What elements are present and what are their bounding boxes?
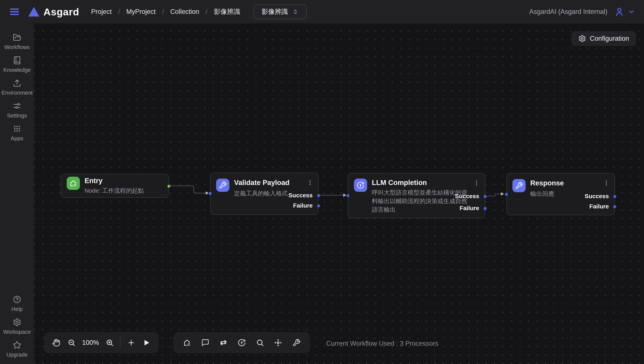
output-port[interactable] [168, 185, 170, 188]
output-port-success[interactable] [484, 195, 486, 198]
input-port[interactable] [505, 193, 508, 196]
node-menu-kebab-icon[interactable] [602, 178, 610, 188]
output-port-failure[interactable] [317, 204, 320, 207]
llm-refresh-icon [354, 179, 367, 192]
folder-open-icon [13, 33, 21, 42]
sidebar-item-label: Upgrade [6, 351, 28, 358]
llm-refresh-icon[interactable] [237, 338, 246, 347]
configuration-button[interactable]: Configuration [572, 31, 636, 46]
sidebar-item-apps[interactable]: Apps [11, 124, 23, 142]
help-circle-icon [13, 295, 21, 304]
output-label-failure: Failure [460, 205, 479, 212]
upload-icon [13, 79, 21, 87]
output-port-failure[interactable] [484, 207, 486, 210]
node-subtitle: 呼叫大型語言模型並產生結構化的資料輸出以輔助流程的決策或生成自然語言輸出 [372, 188, 468, 214]
search-icon[interactable] [255, 338, 265, 347]
node-title: Validate Payload [234, 179, 290, 187]
breadcrumb-separator: / [118, 8, 120, 16]
node-menu-kebab-icon[interactable] [472, 178, 481, 188]
brand-title: Asgard [44, 6, 79, 18]
breadcrumb-project[interactable]: Project [91, 8, 112, 16]
zoom-level: 100% [82, 339, 99, 346]
sidebar-item-workspace[interactable]: Workspace [3, 318, 31, 335]
breadcrumb: Project / MyProject / Collection / 影像辨識 [91, 7, 240, 16]
node-title: LLM Completion [372, 179, 468, 187]
breadcrumb-separator: / [162, 8, 164, 16]
comment-chat-bubble-icon[interactable] [200, 338, 210, 347]
diamond-move-icon[interactable] [274, 338, 283, 347]
node-response[interactable]: Response 輸出回應 Success Failure [506, 173, 615, 215]
sliders-icon [13, 102, 21, 110]
gear-icon [13, 318, 21, 326]
sidebar-item-label: Apps [11, 135, 23, 142]
sidebar-item-label: Knowledge [4, 67, 31, 73]
grid-dots-icon [13, 124, 21, 133]
node-subtitle: 輸出回應 [530, 190, 564, 198]
hand-pan-icon[interactable] [52, 338, 61, 347]
output-label-failure: Failure [293, 202, 313, 209]
workflow-select-value: 影像辨識 [262, 7, 288, 16]
entry-node-tool-home-plus-icon[interactable] [182, 338, 192, 347]
gear-icon [578, 35, 586, 43]
node-menu-kebab-icon[interactable] [306, 178, 314, 188]
node-validate-payload[interactable]: Validate Payload 定義工具的輸入格式 Success Failu… [210, 173, 318, 215]
account-name: AsgardAI (Asgard Internal) [529, 8, 607, 16]
wrench-tool-icon[interactable] [292, 338, 301, 347]
sidebar-item-help[interactable]: Help [11, 295, 22, 312]
sidebar-item-workflows[interactable]: Workflows [4, 33, 30, 51]
hamburger-menu-icon[interactable] [8, 6, 20, 18]
output-label-failure: Failure [589, 203, 609, 210]
edge-arrow [343, 194, 346, 197]
sidebar-item-environment[interactable]: Environment [2, 79, 32, 96]
select-chevrons-icon [292, 9, 298, 15]
logo-triangle-icon [28, 6, 40, 17]
edge-entry-to-validate [169, 186, 206, 193]
output-port-success[interactable] [317, 194, 320, 197]
output-port-success[interactable] [613, 195, 616, 198]
node-title: Response [530, 179, 564, 187]
output-label-success: Success [455, 193, 479, 200]
run-play-icon[interactable] [142, 338, 151, 347]
add-node-plus-icon[interactable] [126, 338, 136, 347]
chevron-down-icon[interactable] [628, 8, 635, 15]
breadcrumb-collection[interactable]: Collection [170, 8, 199, 16]
home-plus-icon [67, 177, 80, 190]
sidebar-item-label: Environment [2, 90, 32, 96]
toolbar-divider [120, 336, 120, 349]
node-llm-completion[interactable]: LLM Completion 呼叫大型語言模型並產生結構化的資料輸出以輔助流程的… [348, 173, 485, 218]
sidebar-item-upgrade[interactable]: Upgrade [6, 341, 28, 358]
node-entry[interactable]: Entry Node: 工作流程的起點 [61, 174, 169, 198]
sidebar: Workflows Knowledge Environment Settings… [0, 24, 34, 364]
user-avatar-icon[interactable] [614, 7, 624, 17]
input-port[interactable] [209, 192, 212, 195]
breadcrumb-myproject[interactable]: MyProject [126, 8, 156, 16]
wrench-icon [512, 179, 526, 192]
workflow-status-text: Current Workflow Used : 3 Processors [320, 340, 444, 347]
swap-arrows-icon[interactable] [219, 338, 228, 347]
sidebar-item-label: Help [11, 306, 22, 312]
output-label-success: Success [584, 193, 609, 200]
zoom-out-icon[interactable] [67, 338, 76, 347]
node-subtitle: Node: 工作流程的起點 [84, 186, 144, 195]
sidebar-item-label: Settings [7, 112, 27, 119]
top-bar: Asgard Project / MyProject / Collection … [0, 0, 644, 24]
workflow-canvas[interactable]: Configuration Entry Node: 工作流程的起點 [34, 24, 644, 364]
workflow-select[interactable]: 影像辨識 [254, 4, 307, 19]
zoom-in-icon[interactable] [105, 338, 114, 347]
breadcrumb-separator: / [206, 8, 208, 16]
account-menu[interactable]: AsgardAI (Asgard Internal) [529, 7, 635, 17]
star-icon [13, 341, 21, 349]
wrench-icon [216, 179, 229, 192]
output-label-success: Success [288, 192, 313, 199]
sidebar-bottom-group: Help Workspace Upgrade [3, 295, 31, 358]
canvas-nav-toolbar: 100% [44, 332, 159, 353]
asgard-logo: Asgard [28, 6, 79, 18]
edge-llm-to-response [485, 194, 501, 196]
node-subtitle: 定義工具的輸入格式 [234, 189, 290, 198]
output-port-failure[interactable] [613, 205, 616, 208]
sidebar-item-settings[interactable]: Settings [7, 102, 27, 119]
breadcrumb-current[interactable]: 影像辨識 [214, 7, 240, 16]
edge-arrow [501, 192, 504, 196]
input-port[interactable] [346, 194, 350, 197]
sidebar-item-knowledge[interactable]: Knowledge [4, 56, 31, 73]
